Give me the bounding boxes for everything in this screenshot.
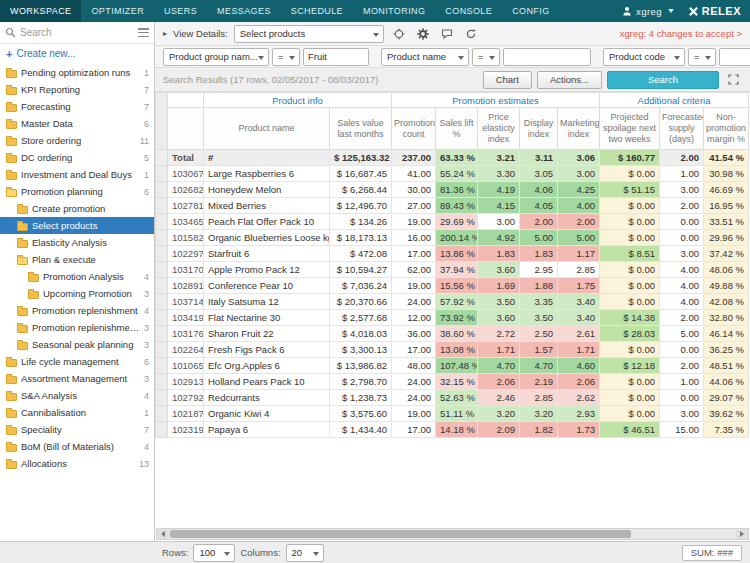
cell-marketing[interactable]: 5.00 (558, 230, 600, 246)
table-row[interactable]: 102792Redcurrants$ 1,238.7324.0052.63 %2… (156, 390, 749, 406)
cell-count[interactable]: 12.00 (392, 310, 436, 326)
cell-display[interactable]: 2.19 (520, 374, 558, 390)
cell-spoilage[interactable]: $ 0.00 (600, 342, 660, 358)
cell-sales[interactable]: $ 6,268.44 (330, 182, 392, 198)
table-row[interactable]: 103176Sharon Fruit 22$ 4,018.0336.0038.6… (156, 326, 749, 342)
cell-elast[interactable]: 1.83 (478, 246, 520, 262)
cell-code[interactable]: 101065 (168, 358, 204, 374)
nav-item-monitoring[interactable]: MONITORING (353, 0, 435, 22)
cell-display[interactable]: 3.50 (520, 310, 558, 326)
cell-name[interactable]: Papaya 6 (204, 422, 330, 438)
cell-elast[interactable]: 3.50 (478, 294, 520, 310)
cell-elast[interactable]: 1.69 (478, 278, 520, 294)
cell-lift[interactable]: 51.11 % (436, 406, 478, 422)
cell-marketing[interactable]: 1.71 (558, 342, 600, 358)
cell-margin[interactable]: 36.25 % (704, 342, 749, 358)
cell-supply[interactable]: 2.00 (660, 198, 704, 214)
sidebar-item[interactable]: Promotion replenishment (DCs)3 (0, 319, 154, 336)
cell-supply[interactable]: 2.00 (660, 358, 704, 374)
cell-margin[interactable]: 44.06 % (704, 374, 749, 390)
nav-item-console[interactable]: CONSOLE (435, 0, 502, 22)
table-row[interactable]: 102319Papaya 6$ 1,434.4017.0014.18 %2.09… (156, 422, 749, 438)
sidebar-item[interactable]: BoM (Bill of Materials)4 (0, 438, 154, 455)
column-header-sales[interactable]: Sales value last months (330, 108, 392, 150)
cell-lift[interactable]: 200.14 % (436, 230, 478, 246)
cell-margin[interactable]: 30.98 % (704, 166, 749, 182)
create-new-button[interactable]: + Create new... (0, 44, 154, 63)
cell-margin[interactable]: 32.80 % (704, 310, 749, 326)
cell-spoilage[interactable]: $ 0.00 (600, 390, 660, 406)
cell-supply[interactable]: 0.00 (660, 390, 704, 406)
cell-sales[interactable]: $ 3,300.13 (330, 342, 392, 358)
cell-supply[interactable]: 0.00 (660, 214, 704, 230)
cell-count[interactable]: 16.00 (392, 230, 436, 246)
cell-elast[interactable]: 4.15 (478, 198, 520, 214)
cell-elast[interactable]: 1.71 (478, 342, 520, 358)
cell-sales[interactable]: $ 1,238.73 (330, 390, 392, 406)
cell-margin[interactable]: 46.69 % (704, 182, 749, 198)
cell-marketing[interactable]: 1.75 (558, 278, 600, 294)
cell-supply[interactable]: 1.00 (660, 374, 704, 390)
filter-value-input-3[interactable] (719, 48, 750, 66)
sidebar-item[interactable]: Life cycle management6 (0, 353, 154, 370)
nav-item-schedule[interactable]: SCHEDULE (281, 0, 353, 22)
cell-display[interactable]: 4.05 (520, 198, 558, 214)
cell-count[interactable]: 19.00 (392, 278, 436, 294)
comment-icon[interactable] (438, 25, 456, 43)
cell-sales[interactable]: $ 2,798.70 (330, 374, 392, 390)
cell-spoilage[interactable]: $ 0.00 (600, 262, 660, 278)
search-input[interactable] (20, 27, 134, 38)
sidebar-item[interactable]: Promotion replenishment4 (0, 302, 154, 319)
sidebar-item[interactable]: S&A Analysis4 (0, 387, 154, 404)
filter-operator-select-1[interactable]: = (272, 48, 300, 66)
cell-elast[interactable]: 4.92 (478, 230, 520, 246)
table-row[interactable]: Total#$ 125,163.32237.0063.33 %3.213.113… (156, 150, 749, 166)
cell-display[interactable]: 2.00 (520, 214, 558, 230)
chart-button[interactable]: Chart (483, 71, 532, 89)
table-row[interactable]: 102781Mixed Berries$ 12,496.7027.0089.43… (156, 198, 749, 214)
cell-sales[interactable]: $ 12,496.70 (330, 198, 392, 214)
table-row[interactable]: 103067Large Raspberries 6$ 16,687.4541.0… (156, 166, 749, 182)
cell-name[interactable]: Starfruit 6 (204, 246, 330, 262)
cell-elast[interactable]: 3.60 (478, 310, 520, 326)
cell-count[interactable]: 27.00 (392, 198, 436, 214)
cell-marketing[interactable]: 4.25 (558, 182, 600, 198)
filter-field-select-2[interactable]: Product name (381, 48, 469, 66)
cell-marketing[interactable]: 2.61 (558, 326, 600, 342)
sidebar-item[interactable]: Pending optimization runs1 (0, 64, 154, 81)
gear-icon[interactable] (414, 25, 432, 43)
sidebar-item[interactable]: Store ordering11 (0, 132, 154, 149)
cell-supply[interactable]: 5.00 (660, 326, 704, 342)
table-row[interactable]: 101065Efc Org.Apples 6$ 13,986.8248.0010… (156, 358, 749, 374)
rows-select[interactable]: 100 (193, 544, 235, 562)
cell-display[interactable]: 3.35 (520, 294, 558, 310)
cell-margin[interactable]: 46.14 % (704, 326, 749, 342)
cell-lift[interactable]: 81.36 % (436, 182, 478, 198)
cell-spoilage[interactable]: $ 14.38 (600, 310, 660, 326)
table-row[interactable]: 102891Conference Pear 10$ 7,036.2419.001… (156, 278, 749, 294)
scroll-right-button[interactable] (736, 529, 748, 539)
cell-lift[interactable]: 37.94 % (436, 262, 478, 278)
nav-item-config[interactable]: CONFIG (502, 0, 559, 22)
cell-spoilage[interactable]: $ 0.00 (600, 374, 660, 390)
cell-elast[interactable]: 4.70 (478, 358, 520, 374)
cell-elast[interactable]: 3.00 (478, 214, 520, 230)
changes-to-accept[interactable]: xgreg: 4 changes to accept > (620, 28, 742, 39)
nav-item-workspace[interactable]: WORKSPACE (0, 0, 81, 22)
cell-sales[interactable]: $ 18,173.13 (330, 230, 392, 246)
cell-sales[interactable]: $ 3,575.60 (330, 406, 392, 422)
cell-elast[interactable]: 2.09 (478, 422, 520, 438)
nav-item-messages[interactable]: MESSAGES (207, 0, 281, 22)
cell-elast[interactable]: 3.20 (478, 406, 520, 422)
cell-supply[interactable]: 4.00 (660, 294, 704, 310)
sidebar-item[interactable]: Assortment Management3 (0, 370, 154, 387)
cell-lift[interactable]: 32.15 % (436, 374, 478, 390)
cell-lift[interactable]: 107.48 % (436, 358, 478, 374)
cell-lift[interactable]: 13.08 % (436, 342, 478, 358)
cell-lift[interactable]: 38.60 % (436, 326, 478, 342)
cell-supply[interactable]: 3.00 (660, 182, 704, 198)
sidebar-item[interactable]: Cannibalisation1 (0, 404, 154, 421)
cell-sales[interactable]: $ 16,687.45 (330, 166, 392, 182)
cell-sales[interactable]: $ 20,370.66 (330, 294, 392, 310)
cell-spoilage[interactable]: $ 46.51 (600, 422, 660, 438)
